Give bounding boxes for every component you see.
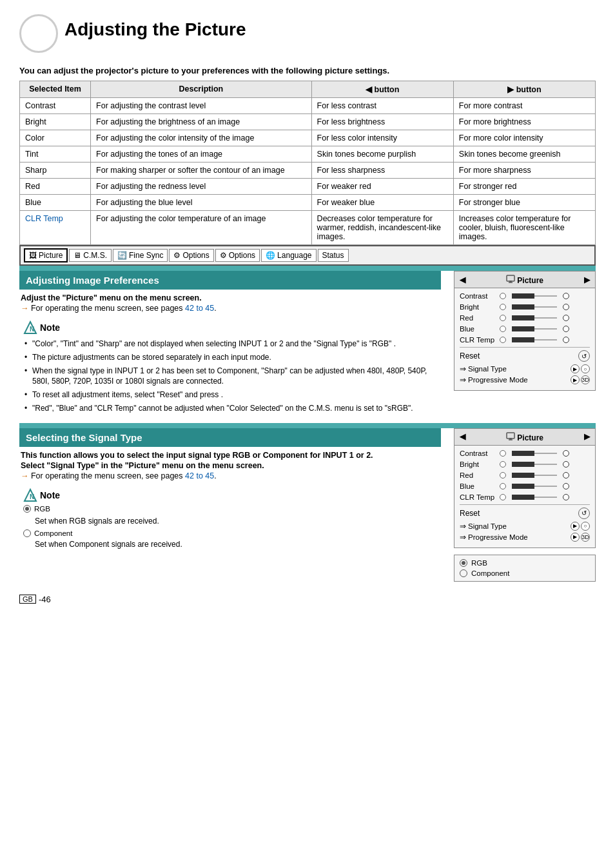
table-row: Bright	[20, 114, 91, 130]
options1-icon: ⚙	[173, 251, 181, 260]
table-cell-right: For stronger blue	[453, 195, 595, 211]
section1-right: ◀ Picture ▶ ContrastBrightRedBlueCLR Tem…	[454, 271, 596, 423]
menu-item-status[interactable]: Status	[318, 249, 349, 262]
table-row: Color	[20, 130, 91, 146]
panel-slider-row: Red	[460, 471, 590, 479]
signal-rgb-label: RGB	[471, 559, 487, 567]
panel-signal-type-row: ⇒Signal Type▶○	[460, 522, 590, 531]
slider-track-svg	[509, 315, 560, 321]
panel-slider-row: CLR Temp	[460, 493, 590, 501]
rgb-radio-inner	[25, 507, 29, 511]
menu-bar: 🖼 Picture 🖥 C.M.S. 🔄 Fine Sync ⚙ Options…	[19, 245, 596, 266]
menu-language-label: Language	[277, 251, 311, 260]
svg-text:N: N	[30, 493, 34, 500]
panel-row-label: Bright	[460, 460, 497, 468]
panel-slider-row: Bright	[460, 303, 590, 311]
panel1-left-arrow[interactable]: ◀	[460, 275, 465, 284]
section2-note-box: N Note RGB Set when RGB signals are rece…	[19, 486, 441, 551]
panel-row-label: Contrast	[460, 449, 497, 457]
panel-progressive-row: ⇒Progressive Mode▶3D	[460, 375, 590, 384]
table-cell-right: For stronger red	[453, 179, 595, 195]
section2-arrow: →	[21, 471, 29, 480]
picture-settings-table: Selected Item Description ◀ button ▶ but…	[19, 81, 596, 245]
section2-header: Selecting the Signal Type	[19, 428, 441, 447]
section1-link[interactable]: 42 to 45	[185, 304, 214, 313]
signal-type-right-btn[interactable]: ○	[581, 522, 590, 531]
slider-end-indicator	[563, 494, 569, 500]
progressive-right-btn[interactable]: 3D	[581, 533, 590, 542]
slider-end-indicator	[563, 450, 569, 457]
table-row: Sharp	[20, 163, 91, 179]
menu-finesync-label: Fine Sync	[129, 251, 163, 260]
panel-slider-row: Contrast	[460, 292, 590, 300]
section2-link[interactable]: 42 to 45	[185, 471, 214, 480]
panel2-body: ContrastBrightRedBlueCLR TempReset↺⇒Sign…	[454, 446, 595, 547]
slider-track-svg	[509, 293, 560, 299]
panel1-body: ContrastBrightRedBlueCLR TempReset↺⇒Sign…	[454, 288, 595, 390]
rgb-radio-outer	[23, 505, 31, 513]
table-cell-desc: For adjusting the tones of an image	[91, 146, 312, 163]
panel-row-label: Blue	[460, 325, 497, 333]
panel2-left-arrow[interactable]: ◀	[460, 432, 465, 441]
table-cell-right: Increases color temperature for cooler, …	[453, 211, 595, 245]
slider-end-indicator	[563, 472, 569, 478]
section2-title: Selecting the Signal Type	[26, 432, 142, 443]
col-header-right: ▶ button	[453, 81, 595, 98]
progressive-icon: ⇒	[460, 375, 466, 384]
table-cell-desc: For adjusting the blue level	[91, 195, 312, 211]
section1-sub2: → For operating the menu screen, see pag…	[19, 304, 441, 313]
note2-icon: N	[23, 488, 37, 502]
title-circle-decoration	[19, 14, 58, 53]
table-cell-right: Skin tones become greenish	[453, 146, 595, 163]
section1-left: Adjusting Image Preferences Adjust the "…	[19, 271, 441, 423]
slider-zero-indicator	[500, 304, 506, 310]
panel-slider-row: Red	[460, 314, 590, 322]
signal-rgb-radio	[460, 559, 467, 567]
progressive-right-btn[interactable]: 3D	[581, 375, 590, 384]
slider-end-indicator	[563, 293, 569, 299]
signal-type-right-btn[interactable]: ○	[581, 364, 590, 373]
section2-note-list: RGB Set when RGB signals are received. C…	[23, 505, 437, 549]
menu-item-finesync[interactable]: 🔄 Fine Sync	[113, 249, 168, 262]
panel-slider-row: Bright	[460, 460, 590, 468]
component-desc: Set when Component signals are received.	[35, 540, 437, 549]
slider-end-indicator	[563, 483, 569, 489]
slider-end-indicator	[563, 337, 569, 343]
menu-options1-label: Options	[182, 251, 209, 260]
signal-type-text: Signal Type	[468, 522, 507, 530]
panel-row-label: Bright	[460, 303, 497, 311]
signal-type-left-btn[interactable]: ▶	[571, 364, 580, 373]
slider-end-indicator	[563, 461, 569, 468]
menu-item-language[interactable]: 🌐 Language	[261, 249, 316, 262]
progressive-left-btn[interactable]: ▶	[571, 375, 580, 384]
panel-slider-row: Blue	[460, 325, 590, 333]
signal-type-left-btn[interactable]: ▶	[571, 522, 580, 531]
panel1-picture-icon	[506, 274, 515, 283]
reset-icon[interactable]: ↺	[578, 508, 590, 519]
cms-icon: 🖥	[73, 251, 81, 260]
panel-row-label: CLR Temp	[460, 493, 497, 501]
signal-option-rgb: RGB	[460, 559, 590, 567]
menu-item-cms[interactable]: 🖥 C.M.S.	[69, 249, 112, 262]
language-icon: 🌐	[266, 251, 275, 260]
component-label: Component	[34, 529, 72, 537]
menu-item-picture[interactable]: 🖼 Picture	[24, 248, 68, 262]
note2-rgb-row: RGB	[23, 505, 437, 513]
table-cell-desc: For adjusting the redness level	[91, 179, 312, 195]
teal-divider-mid	[19, 423, 596, 428]
panel2-right-arrow[interactable]: ▶	[584, 432, 590, 441]
note-icon: N	[23, 321, 37, 335]
note-list-item: To reset all adjustment items, select "R…	[23, 388, 437, 402]
menu-item-options1[interactable]: ⚙ Options	[169, 249, 213, 262]
svg-rect-18	[507, 433, 514, 439]
slider-track-svg	[509, 494, 560, 500]
menu-item-options2[interactable]: ⚙ Options	[215, 249, 260, 262]
slider-zero-indicator	[500, 472, 506, 478]
section1-header: Adjusting Image Preferences	[19, 271, 441, 290]
col-header-desc: Description	[91, 81, 312, 98]
table-cell-desc: For adjusting the brightness of an image	[91, 114, 312, 130]
panel2-header: ◀ Picture ▶	[454, 429, 595, 446]
reset-icon[interactable]: ↺	[578, 350, 590, 362]
progressive-left-btn[interactable]: ▶	[571, 533, 580, 542]
panel1-right-arrow[interactable]: ▶	[584, 275, 590, 284]
